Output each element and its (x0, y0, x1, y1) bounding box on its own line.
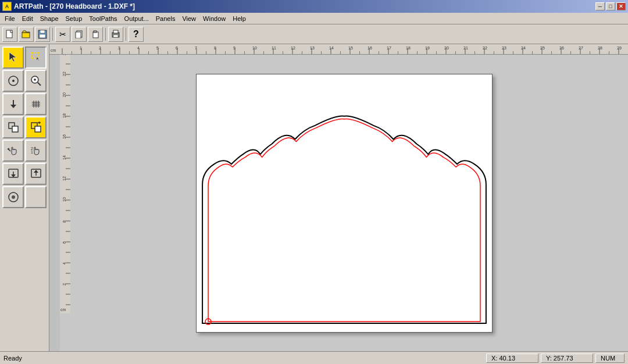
drawing-canvas[interactable] (60, 55, 628, 351)
tool-row-4 (2, 116, 47, 138)
svg-rect-4 (40, 34, 45, 38)
svg-rect-6 (76, 32, 81, 38)
menu-shape[interactable]: Shape (37, 14, 62, 23)
grid-tool-button[interactable] (25, 93, 47, 115)
layer-tool-button[interactable] (2, 116, 24, 138)
title-text: ARTPath - [270 Headboard - 1.DXF *] (14, 2, 595, 10)
x-value: 40.13 (499, 355, 515, 362)
y-label: Y: (546, 355, 552, 362)
status-coordinates: X: 40.13 Y: 257.73 NUM (486, 354, 625, 363)
paste-button[interactable] (88, 27, 103, 42)
menu-view[interactable]: View (179, 14, 199, 23)
zoom-tool-button[interactable] (25, 70, 47, 92)
x-coordinate: X: 40.13 (486, 354, 538, 363)
svg-marker-14 (36, 58, 39, 61)
headboard-drawing (197, 74, 492, 332)
restore-button[interactable]: □ (606, 2, 615, 10)
tool-row-3 (2, 93, 47, 115)
circle-tool-button[interactable] (2, 70, 24, 92)
svg-line-20 (38, 83, 41, 85)
svg-rect-13 (31, 53, 38, 58)
window-controls: ─ □ ✕ (595, 2, 626, 10)
help-button[interactable]: ? (129, 27, 144, 42)
export-button[interactable] (25, 163, 47, 185)
blank-tool-button (25, 186, 47, 208)
left-toolbar: 2 1 (0, 44, 49, 351)
toolbar-separator-2 (105, 28, 106, 41)
menu-edit[interactable]: Edit (19, 14, 37, 23)
svg-rect-30 (12, 126, 18, 132)
select-tool-button[interactable] (2, 47, 24, 69)
svg-rect-8 (94, 31, 97, 33)
tool-row-1 (2, 47, 47, 69)
svg-rect-11 (113, 35, 118, 37)
svg-point-46 (12, 195, 15, 199)
white-paper (196, 74, 493, 333)
menu-bar: File Edit Shape Setup ToolPaths Output..… (0, 13, 628, 24)
cut-button[interactable]: ✂ (55, 27, 70, 42)
pointer-tool-button[interactable]: 2 1 (25, 140, 47, 162)
tool-row-7 (2, 186, 47, 208)
num-indicator: NUM (595, 354, 625, 363)
canvas-area (49, 44, 628, 351)
copy-button[interactable] (72, 27, 87, 42)
menu-file[interactable]: File (1, 14, 19, 23)
y-coordinate: Y: 257.73 (541, 354, 593, 363)
main-layout: 2 1 (0, 44, 628, 351)
title-bar: A ARTPath - [270 Headboard - 1.DXF *] ─ … (0, 0, 628, 13)
svg-rect-0 (6, 30, 12, 38)
print-button[interactable] (108, 27, 123, 42)
menu-panels[interactable]: Panels (152, 14, 179, 23)
svg-marker-12 (9, 52, 16, 62)
toolbar-separator-1 (52, 28, 53, 41)
svg-rect-10 (113, 30, 118, 33)
menu-toolpaths[interactable]: ToolPaths (85, 14, 120, 23)
main-toolbar: ✂ ? (0, 24, 628, 44)
tool-row-6 (2, 163, 47, 185)
new-button[interactable] (2, 27, 17, 42)
ellipse-tool-button[interactable] (2, 186, 24, 208)
svg-rect-1 (22, 33, 30, 38)
ruler-left-canvas (60, 55, 70, 313)
down-tool-button[interactable] (2, 93, 24, 115)
svg-rect-32 (35, 126, 41, 132)
app-icon: A (2, 2, 12, 11)
hand-tool-button[interactable] (2, 140, 24, 162)
x-label: X: (491, 355, 497, 362)
menu-output[interactable]: Output... (121, 14, 152, 23)
status-text: Ready (3, 355, 486, 362)
menu-setup[interactable]: Setup (62, 14, 86, 23)
import-button[interactable] (2, 163, 24, 185)
ruler-top (49, 44, 628, 55)
menu-help[interactable]: Help (229, 14, 249, 23)
toolbar-separator-3 (126, 28, 126, 41)
menu-window[interactable]: Window (199, 14, 229, 23)
save-button[interactable] (35, 27, 50, 42)
status-bar: Ready X: 40.13 Y: 257.73 NUM (0, 351, 628, 364)
tool-row-2 (2, 70, 47, 92)
open-button[interactable] (19, 27, 34, 42)
tool-row-5: 2 1 (2, 140, 47, 162)
svg-marker-22 (10, 105, 16, 108)
svg-rect-3 (40, 30, 45, 33)
close-button[interactable]: ✕ (616, 2, 626, 10)
copy-layer-button[interactable] (25, 116, 47, 138)
svg-marker-44 (34, 170, 38, 173)
svg-text:1: 1 (31, 150, 33, 154)
ruler-top-canvas (49, 44, 628, 54)
y-value: 257.73 (554, 355, 573, 362)
zoom-box-button[interactable] (25, 47, 47, 69)
svg-point-16 (12, 80, 15, 82)
minimize-button[interactable]: ─ (595, 2, 605, 10)
